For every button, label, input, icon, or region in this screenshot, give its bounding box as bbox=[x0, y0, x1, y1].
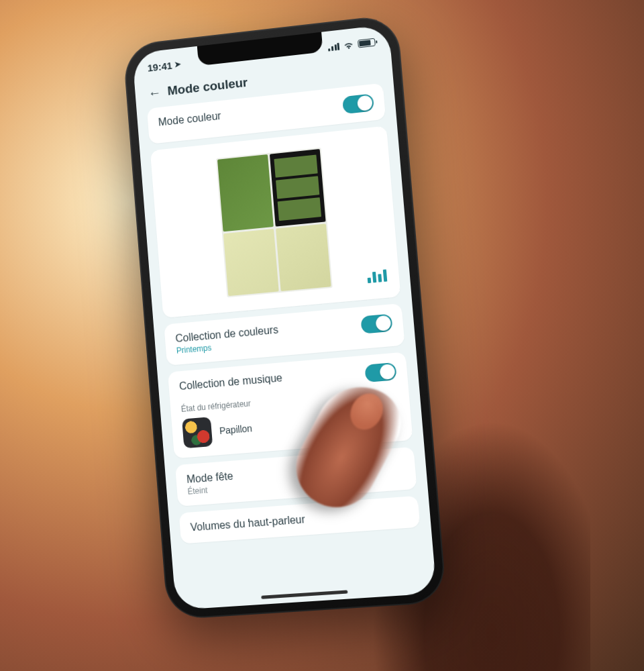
fridge-panel-top-right bbox=[269, 149, 325, 226]
fridge-panel-bottom-left bbox=[223, 229, 278, 297]
phone-screen: 19:41 ➤ ← Mode couleur bbox=[132, 24, 437, 610]
fridge-panel-bottom-right bbox=[275, 223, 331, 291]
content-scroll[interactable]: Mode couleur bbox=[137, 82, 433, 571]
fridge-illustration bbox=[216, 148, 333, 298]
speaker-volume-title: Volumes du haut-parleur bbox=[190, 506, 409, 533]
cellular-signal-icon bbox=[327, 42, 339, 51]
card-party-mode[interactable]: Mode fête Éteint bbox=[175, 447, 417, 507]
card-music-collection[interactable]: Collection de musique État du réfrigérat… bbox=[168, 352, 413, 458]
toggle-mode-couleur[interactable] bbox=[342, 93, 374, 114]
phone-frame: 19:41 ➤ ← Mode couleur bbox=[123, 14, 447, 620]
location-icon: ➤ bbox=[174, 59, 182, 69]
fridge-panel-top-left bbox=[217, 154, 273, 231]
wifi-icon bbox=[343, 39, 354, 52]
card-fridge-preview bbox=[150, 126, 401, 318]
status-time: 19:41 bbox=[147, 59, 172, 73]
back-icon[interactable]: ← bbox=[148, 85, 162, 100]
track-name: Papillon bbox=[219, 423, 253, 436]
toggle-music-collection[interactable] bbox=[364, 362, 396, 382]
equalizer-icon bbox=[367, 268, 388, 283]
card-mode-title: Mode couleur bbox=[158, 110, 221, 129]
music-collection-title: Collection de musique bbox=[179, 372, 283, 393]
battery-icon bbox=[358, 38, 376, 48]
track-artwork bbox=[182, 417, 213, 448]
home-indicator[interactable] bbox=[261, 590, 347, 599]
toggle-color-collection[interactable] bbox=[360, 314, 392, 334]
